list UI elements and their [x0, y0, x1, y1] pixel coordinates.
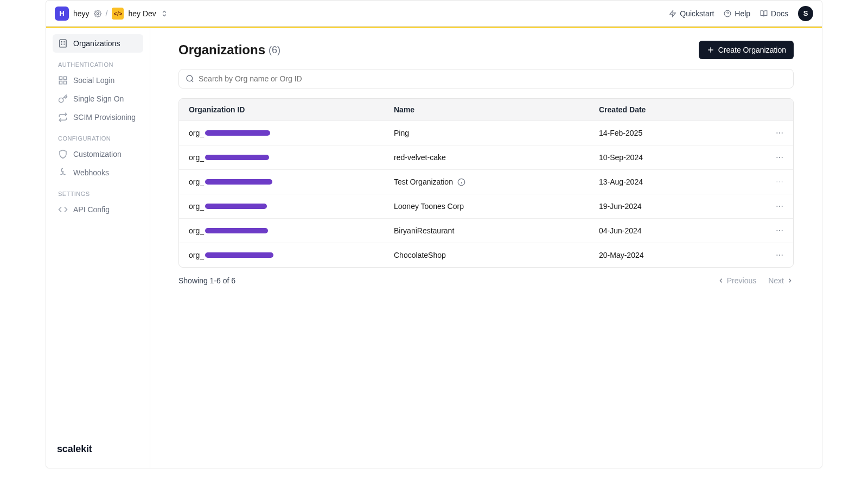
cell-date: 10-Sep-2024: [599, 153, 751, 162]
docs-link[interactable]: Docs: [760, 9, 788, 18]
sidebar: Organizations AUTHENTICATION Social Logi…: [46, 28, 150, 468]
sidebar-item-social-login[interactable]: Social Login: [53, 71, 143, 90]
table-row[interactable]: org_red-velvet-cake10-Sep-2024⋯: [179, 145, 793, 169]
organizations-table: Organization ID Name Created Date org_Pi…: [178, 98, 794, 268]
search-icon: [186, 74, 194, 83]
table-row[interactable]: org_Looney Toones Corp19-Jun-2024⋯: [179, 194, 793, 218]
sidebar-item-label: Webhooks: [73, 168, 109, 177]
zap-icon: [669, 10, 676, 17]
webhook-icon: [58, 168, 68, 177]
row-actions-button[interactable]: ⋯: [751, 153, 783, 162]
table-row[interactable]: org_ChocolateShop20-May-2024⋯: [179, 243, 793, 267]
redacted-bar: [205, 179, 272, 185]
sidebar-item-customization[interactable]: Customization: [53, 145, 143, 163]
svg-rect-13: [64, 81, 67, 84]
sidebar-item-label: Customization: [73, 150, 122, 158]
redacted-bar: [205, 228, 268, 233]
table-row[interactable]: org_Ping14-Feb-2025⋯: [179, 121, 793, 145]
svg-rect-14: [59, 81, 62, 84]
sidebar-item-organizations[interactable]: Organizations: [53, 34, 143, 53]
sidebar-item-sso[interactable]: Single Sign On: [53, 90, 143, 108]
svg-rect-11: [59, 77, 62, 79]
sidebar-item-api-config[interactable]: API Config: [53, 200, 143, 219]
brand-logo: scalekit: [53, 437, 143, 461]
chevron-left-icon: [717, 277, 725, 284]
sidebar-item-scim[interactable]: SCIM Provisioning: [53, 108, 143, 126]
row-actions-button: ⋯: [751, 177, 783, 186]
sidebar-section-config: CONFIGURATION: [53, 126, 143, 145]
avatar[interactable]: S: [798, 6, 813, 21]
svg-point-0: [97, 12, 99, 15]
chevron-right-icon: [786, 277, 794, 284]
svg-rect-4: [60, 40, 66, 47]
help-link[interactable]: Help: [724, 9, 750, 18]
search-input[interactable]: [199, 74, 787, 83]
row-actions-button[interactable]: ⋯: [751, 202, 783, 211]
cell-org-id: org_: [189, 129, 394, 137]
row-actions-button[interactable]: ⋯: [751, 129, 783, 137]
shield-icon: [58, 149, 68, 159]
table-row[interactable]: org_BiryaniRestaurant04-Jun-2024⋯: [179, 218, 793, 243]
col-created: Created Date: [599, 105, 751, 114]
sidebar-item-label: Single Sign On: [73, 94, 124, 103]
create-organization-button[interactable]: Create Organization: [699, 41, 794, 59]
cell-date: 14-Feb-2025: [599, 129, 751, 137]
cell-org-id: org_: [189, 251, 394, 259]
cell-name: red-velvet-cake: [394, 153, 599, 162]
col-name: Name: [394, 105, 599, 114]
cell-name: Test Organization: [394, 177, 599, 186]
sidebar-section-auth: AUTHENTICATION: [53, 53, 143, 71]
sidebar-section-settings: SETTINGS: [53, 182, 143, 200]
redacted-bar: [205, 155, 269, 160]
cell-org-id: org_: [189, 226, 394, 235]
sidebar-item-webhooks[interactable]: Webhooks: [53, 163, 143, 182]
quickstart-link[interactable]: Quickstart: [669, 9, 714, 18]
code-icon: [58, 205, 68, 214]
cell-name: Looney Toones Corp: [394, 202, 599, 211]
key-icon: [58, 94, 68, 104]
page-title: Organizations: [178, 42, 265, 58]
code-icon: </>: [112, 8, 124, 20]
env-name[interactable]: hey Dev: [128, 9, 156, 18]
app-name[interactable]: heyy: [73, 9, 90, 18]
cell-name: BiryaniRestaurant: [394, 226, 599, 235]
cell-name: Ping: [394, 129, 599, 137]
breadcrumb-slash: /: [106, 9, 108, 18]
cell-date: 20-May-2024: [599, 251, 751, 259]
main: Organizations (6) Create Organization Or…: [150, 28, 822, 468]
arrows-icon: [58, 112, 68, 122]
chevron-updown-icon[interactable]: [161, 10, 168, 17]
showing-text: Showing 1-6 of 6: [178, 276, 235, 285]
table-row[interactable]: org_Test Organization13-Aug-2024⋯: [179, 169, 793, 194]
svg-rect-12: [64, 77, 67, 79]
next-button[interactable]: Next: [768, 276, 794, 285]
sidebar-item-label: Social Login: [73, 76, 114, 85]
sidebar-item-label: SCIM Provisioning: [73, 113, 136, 122]
search-input-wrap[interactable]: [178, 69, 794, 88]
cell-org-id: org_: [189, 177, 394, 186]
svg-point-17: [187, 75, 193, 81]
plus-icon: [706, 46, 715, 54]
svg-line-18: [192, 80, 193, 82]
page-count: (6): [269, 45, 280, 56]
grid-icon: [58, 75, 68, 85]
cell-org-id: org_: [189, 153, 394, 162]
cell-date: 19-Jun-2024: [599, 202, 751, 211]
previous-button[interactable]: Previous: [717, 276, 756, 285]
cell-name: ChocolateShop: [394, 251, 599, 259]
cell-date: 13-Aug-2024: [599, 177, 751, 186]
row-actions-button[interactable]: ⋯: [751, 251, 783, 259]
cell-org-id: org_: [189, 202, 394, 211]
sidebar-item-label: Organizations: [73, 39, 120, 48]
help-icon: [724, 10, 731, 17]
book-icon: [760, 10, 768, 17]
redacted-bar: [205, 204, 267, 209]
app-badge[interactable]: H: [55, 7, 69, 21]
gear-icon[interactable]: [94, 10, 101, 17]
info-icon[interactable]: [457, 178, 465, 186]
row-actions-button[interactable]: ⋯: [751, 226, 783, 235]
sidebar-item-label: API Config: [73, 205, 110, 214]
redacted-bar: [205, 130, 270, 136]
topbar: H heyy / </> hey Dev Quickstart Help Doc…: [46, 1, 822, 27]
svg-marker-1: [670, 10, 676, 17]
